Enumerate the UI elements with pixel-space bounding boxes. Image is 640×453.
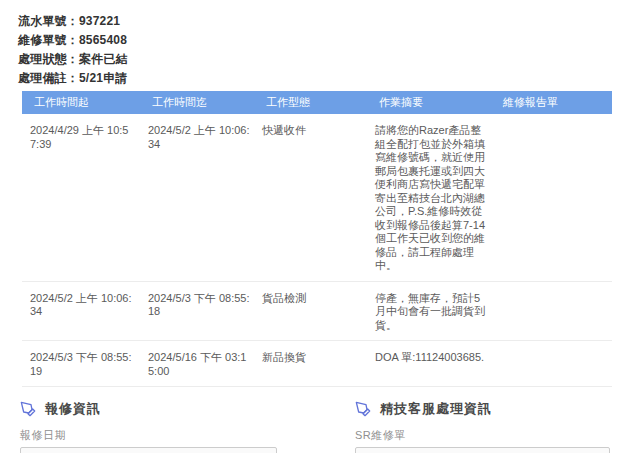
repair-date-input[interactable] (20, 447, 277, 453)
work-end-cell: 2024/5/2 上午 10:06:34 (140, 114, 254, 281)
work-type-cell: 貨品檢測 (254, 281, 367, 341)
summary-cell: 請將您的Razer產品整組全配打包並於外箱填寫維修號碼，就近使用郵局包裹托運或到… (367, 114, 491, 281)
column-header-summary: 作業摘要 (367, 91, 491, 114)
order-info-block: 流水單號：937221 維修單號：8565408 處理狀態：案件已結 處理備註：… (0, 0, 640, 88)
sr-number-input[interactable] (355, 447, 610, 453)
work-log-table: 工作時間起 工作時間迄 工作型態 作業摘要 維修報告單 2024/4/29 上午… (22, 91, 612, 387)
pen-icon (20, 401, 36, 417)
section-repair-info: 報修資訊 報修日期 商品型號 (20, 401, 277, 453)
repair-report-cell (491, 341, 612, 387)
pen-icon (355, 401, 371, 417)
repair-report-cell (491, 281, 612, 341)
table-row: 2024/5/3 下午 08:55:19 2024/5/16 下午 03:15:… (22, 341, 612, 387)
work-type-cell: 新品換貨 (254, 341, 367, 387)
sr-number-label: SR維修單 (355, 428, 610, 443)
table-header-row: 工作時間起 工作時間迄 工作型態 作業摘要 維修報告單 (22, 91, 612, 114)
section-service-info: 精技客服處理資訊 SR維修單 品號 (355, 401, 610, 453)
table-row: 2024/4/29 上午 10:57:39 2024/5/2 上午 10:06:… (22, 114, 612, 281)
summary-cell: 停產，無庫存，預計5月中旬會有一批調貨到貨。 (367, 281, 491, 341)
column-header-work-start: 工作時間起 (22, 91, 140, 114)
table-row: 2024/5/2 上午 10:06:34 2024/5/3 下午 08:55:1… (22, 281, 612, 341)
work-end-cell: 2024/5/3 下午 08:55:18 (140, 281, 254, 341)
note-line: 處理備註：5/21申請 (18, 69, 640, 88)
section-title-service-info: 精技客服處理資訊 (380, 400, 492, 418)
summary-cell: DOA 單:11124003685. (367, 341, 491, 387)
column-header-repair-report: 維修報告單 (491, 91, 612, 114)
work-end-cell: 2024/5/16 下午 03:15:00 (140, 341, 254, 387)
repair-number-line: 維修單號：8565408 (18, 31, 640, 50)
repair-date-label: 報修日期 (20, 428, 277, 443)
work-start-cell: 2024/5/3 下午 08:55:19 (22, 341, 140, 387)
column-header-work-type: 工作型態 (254, 91, 367, 114)
column-header-work-end: 工作時間迄 (140, 91, 254, 114)
repair-report-cell (491, 114, 612, 281)
section-title-repair-info: 報修資訊 (45, 400, 101, 418)
work-start-cell: 2024/5/2 上午 10:06:34 (22, 281, 140, 341)
serial-number-line: 流水單號：937221 (18, 12, 640, 31)
work-type-cell: 快遞收件 (254, 114, 367, 281)
status-line: 處理狀態：案件已結 (18, 50, 640, 69)
details-area: 報修資訊 報修日期 商品型號 精技客服處理資訊 SR維修單 品號 (20, 401, 640, 453)
work-start-cell: 2024/4/29 上午 10:57:39 (22, 114, 140, 281)
